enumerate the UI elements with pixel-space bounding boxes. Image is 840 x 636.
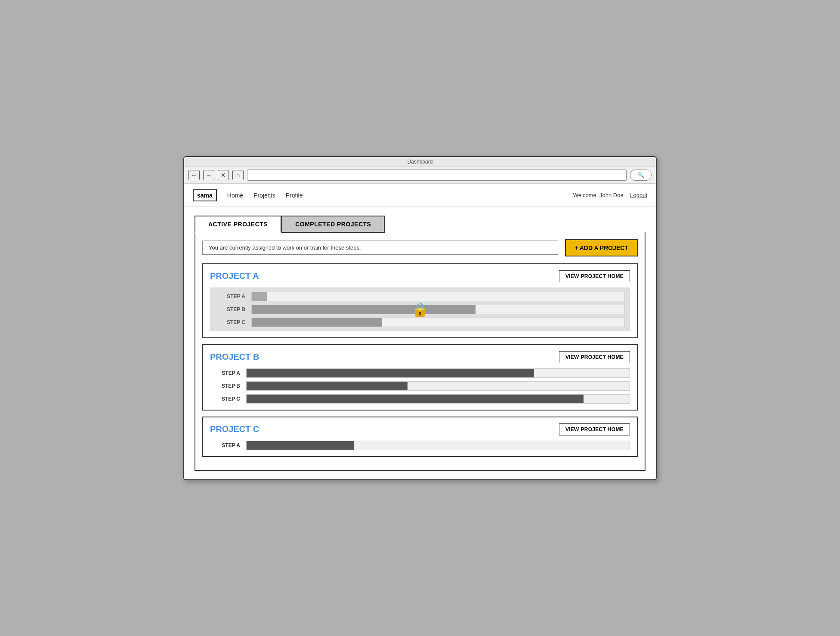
welcome-text: Welcome, John Doe. xyxy=(573,192,625,198)
info-text: You are currently assigned to work on or… xyxy=(202,241,558,255)
tab-active-projects[interactable]: ACTIVE PROJECTS xyxy=(195,216,281,233)
browser-title: Dashboard xyxy=(408,159,433,165)
address-bar[interactable] xyxy=(247,170,627,181)
step-a3-track xyxy=(251,318,625,327)
project-c-steps: STEP A xyxy=(210,441,630,450)
app-nav-links: Home Projects Profile xyxy=(227,192,573,199)
step-c1-fill xyxy=(247,441,354,450)
project-card-a: PROJECT A VIEW PROJECT HOME 🔒 STEP A xyxy=(202,263,638,338)
browser-titlebar: Dashboard xyxy=(184,157,656,167)
project-b-steps: STEP A STEP B STEP C xyxy=(210,368,630,404)
content-panel: You are currently assigned to work on or… xyxy=(195,232,645,471)
step-b1-fill xyxy=(247,369,534,377)
app-navbar: sama Home Projects Profile Welcome, John… xyxy=(184,184,656,207)
step-c1-track xyxy=(246,441,630,450)
step-b3-fill xyxy=(247,395,584,403)
step-b2-label: STEP B xyxy=(210,383,240,389)
step-b2-row: STEP B xyxy=(210,381,630,391)
view-home-button-b[interactable]: VIEW PROJECT HOME xyxy=(559,351,630,363)
nav-link-home[interactable]: Home xyxy=(227,192,243,199)
info-bar: You are currently assigned to work on or… xyxy=(202,239,638,256)
project-card-c: PROJECT C VIEW PROJECT HOME STEP A xyxy=(202,417,638,457)
step-a3-fill xyxy=(252,318,382,327)
app-content: sama Home Projects Profile Welcome, John… xyxy=(184,184,656,479)
logout-link[interactable]: Logout xyxy=(630,192,647,198)
step-a2-track xyxy=(251,305,625,314)
project-a-header: PROJECT A VIEW PROJECT HOME xyxy=(210,270,630,282)
lock-icon: 🔒 xyxy=(411,301,429,318)
step-a1-row: STEP A xyxy=(215,292,625,301)
step-a2-label: STEP B xyxy=(215,306,245,312)
step-b1-row: STEP A xyxy=(210,368,630,378)
browser-window: Dashboard ← → ✕ ⌂ 🔍 sama Home Projects P… xyxy=(183,156,657,480)
project-card-b: PROJECT B VIEW PROJECT HOME STEP A STEP … xyxy=(202,344,638,411)
step-b3-row: STEP C xyxy=(210,394,630,404)
step-a1-fill xyxy=(252,292,267,301)
browser-toolbar: ← → ✕ ⌂ 🔍 xyxy=(184,167,656,184)
view-home-button-c[interactable]: VIEW PROJECT HOME xyxy=(559,423,630,435)
step-b1-track xyxy=(246,368,630,378)
step-a1-track xyxy=(251,292,625,301)
project-b-header: PROJECT B VIEW PROJECT HOME xyxy=(210,351,630,363)
project-a-title[interactable]: PROJECT A xyxy=(210,271,259,281)
step-a1-label: STEP A xyxy=(215,293,245,299)
project-c-header: PROJECT C VIEW PROJECT HOME xyxy=(210,423,630,435)
step-b2-track xyxy=(246,381,630,391)
step-c1-row: STEP A xyxy=(210,441,630,450)
close-button[interactable]: ✕ xyxy=(218,170,229,180)
app-logo[interactable]: sama xyxy=(193,189,217,201)
step-b3-track xyxy=(246,394,630,404)
tabs-row: ACTIVE PROJECTS COMPLETED PROJECTS xyxy=(195,216,645,233)
forward-button[interactable]: → xyxy=(203,170,214,180)
home-button[interactable]: ⌂ xyxy=(232,170,244,180)
step-b1-label: STEP A xyxy=(210,370,240,376)
project-b-title[interactable]: PROJECT B xyxy=(210,352,259,362)
app-main: ACTIVE PROJECTS COMPLETED PROJECTS You a… xyxy=(184,207,656,479)
step-c1-label: STEP A xyxy=(210,442,240,448)
back-button[interactable]: ← xyxy=(188,170,200,180)
app-nav-right: Welcome, John Doe. Logout xyxy=(573,192,647,198)
project-c-title[interactable]: PROJECT C xyxy=(210,424,259,434)
tab-completed-projects[interactable]: COMPLETED PROJECTS xyxy=(281,216,385,233)
step-a3-row: STEP C xyxy=(215,318,625,327)
nav-link-projects[interactable]: Projects xyxy=(253,192,275,199)
project-a-steps: 🔒 STEP A STEP B xyxy=(210,287,630,331)
search-button[interactable]: 🔍 xyxy=(630,170,652,181)
step-b3-label: STEP C xyxy=(210,396,240,402)
step-a2-fill xyxy=(252,305,476,314)
step-b2-fill xyxy=(247,382,408,390)
add-project-button[interactable]: + ADD A PROJECT xyxy=(565,239,638,256)
nav-link-profile[interactable]: Profile xyxy=(286,192,303,199)
view-home-button-a[interactable]: VIEW PROJECT HOME xyxy=(559,270,630,282)
step-a3-label: STEP C xyxy=(215,319,245,325)
